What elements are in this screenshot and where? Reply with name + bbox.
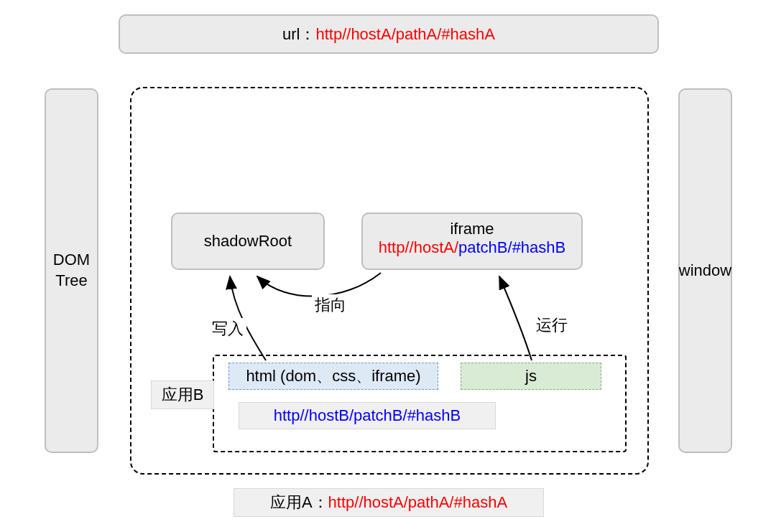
dom-tree-label: DOM Tree [53, 250, 90, 291]
dom-tree-box: DOM Tree [45, 88, 98, 453]
app-b-url-box: http//hostB/patchB/#hashB [239, 402, 496, 429]
app-b-label-box: 应用B [151, 381, 214, 409]
app-b-label: 应用B [162, 384, 204, 406]
js-content-label: js [525, 367, 537, 386]
url-prefix: url： [282, 24, 315, 45]
arrow-label-point: 指向 [312, 294, 349, 316]
arrow-label-run: 运行 [533, 314, 571, 336]
app-a-bar: 应用A： http//hostA/pathA/#hashA [234, 488, 544, 517]
app-b-url: http//hostB/patchB/#hashB [274, 406, 461, 425]
iframe-title: iframe [363, 220, 581, 238]
window-label: window [679, 261, 731, 280]
window-box: window [678, 88, 732, 453]
app-a-prefix: 应用A： [270, 492, 328, 513]
url-value: http//hostA/pathA/#hashA [315, 25, 495, 44]
shadow-root-box: shadowRoot [171, 213, 325, 270]
app-a-url: http//hostA/pathA/#hashA [328, 493, 508, 512]
iframe-box: iframe http//hostA/patchB/#hashB [361, 213, 583, 270]
html-content-label: html (dom、css、iframe) [246, 365, 420, 387]
iframe-url: http//hostA/patchB/#hashB [363, 238, 581, 257]
shadow-root-label: shadowRoot [204, 232, 292, 251]
js-content-box: js [461, 363, 601, 390]
url-bar: url： http//hostA/pathA/#hashA [119, 14, 659, 54]
arrow-label-write: 写入 [209, 318, 246, 340]
html-content-box: html (dom、css、iframe) [228, 363, 438, 390]
